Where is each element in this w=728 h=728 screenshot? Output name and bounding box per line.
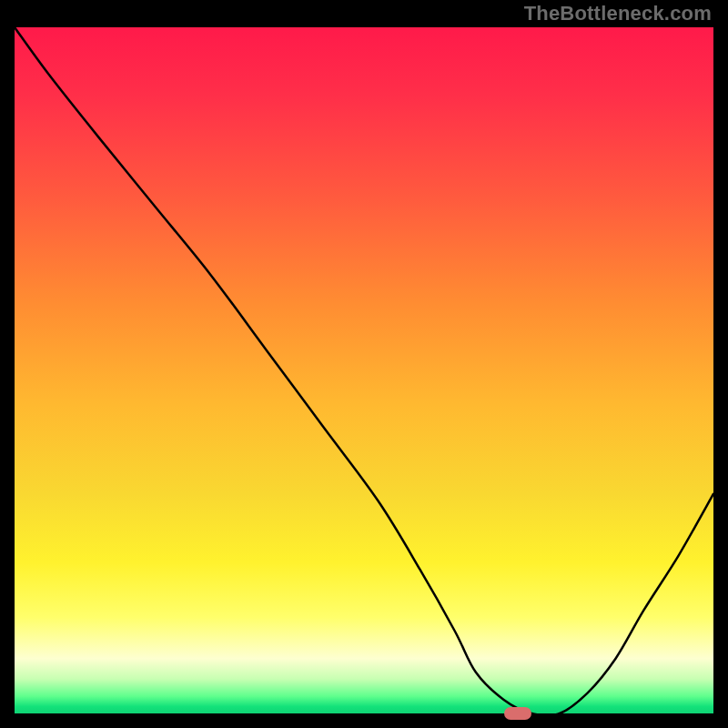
watermark-text: TheBottleneck.com [524, 2, 712, 25]
chart-frame: TheBottleneck.com [0, 0, 728, 728]
optimal-point-marker [504, 707, 531, 720]
plot-area [15, 27, 713, 713]
bottleneck-curve [15, 27, 713, 713]
curve-path [15, 27, 713, 713]
